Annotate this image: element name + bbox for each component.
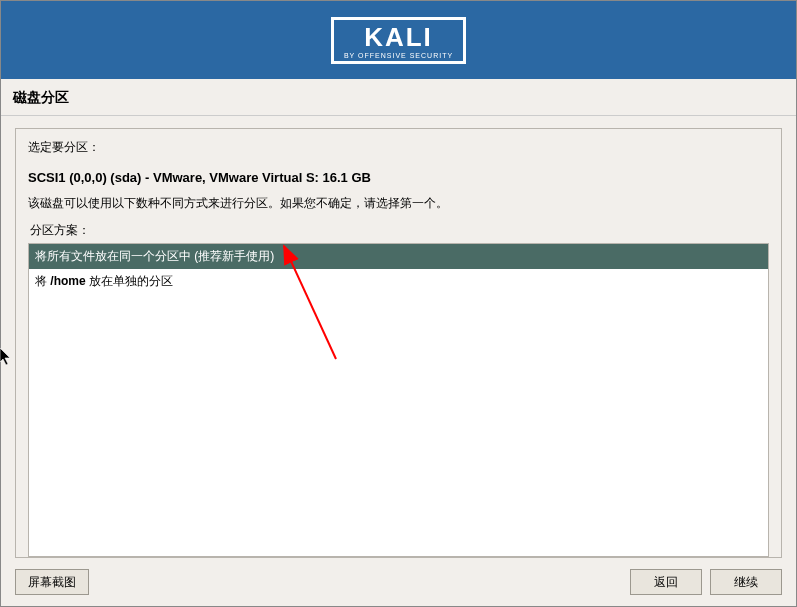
option-separate-home[interactable]: 将 /home 放在单独的分区	[29, 269, 768, 294]
scheme-options-list: 将所有文件放在同一个分区中 (推荐新手使用) 将 /home 放在单独的分区	[28, 243, 769, 557]
back-button[interactable]: 返回	[630, 569, 702, 595]
option-separate-home-path: /home	[50, 274, 85, 288]
option-separate-home-prefix: 将	[35, 274, 50, 288]
page-title: 磁盘分区	[1, 79, 796, 116]
partition-panel: 选定要分区： SCSI1 (0,0,0) (sda) - VMware, VMw…	[15, 128, 782, 558]
button-bar: 屏幕截图 返回 继续	[1, 558, 796, 606]
instruction-text: 该磁盘可以使用以下数种不同方式来进行分区。如果您不确定，请选择第一个。	[28, 195, 769, 212]
disk-title: SCSI1 (0,0,0) (sda) - VMware, VMware Vir…	[28, 170, 769, 185]
kali-logo-text: KALI	[364, 24, 433, 50]
installer-window: KALI BY OFFENSIVE SECURITY 磁盘分区 选定要分区： S…	[0, 0, 797, 607]
content-area: 选定要分区： SCSI1 (0,0,0) (sda) - VMware, VMw…	[1, 116, 796, 558]
kali-logo-subtext: BY OFFENSIVE SECURITY	[344, 52, 453, 59]
header-banner: KALI BY OFFENSIVE SECURITY	[1, 1, 796, 79]
option-all-in-one-label: 将所有文件放在同一个分区中 (推荐新手使用)	[35, 249, 274, 263]
kali-logo: KALI BY OFFENSIVE SECURITY	[331, 17, 466, 64]
scheme-label: 分区方案：	[28, 222, 769, 239]
continue-button[interactable]: 继续	[710, 569, 782, 595]
screenshot-button[interactable]: 屏幕截图	[15, 569, 89, 595]
select-partition-label: 选定要分区：	[28, 139, 769, 156]
kali-logo-frame: KALI BY OFFENSIVE SECURITY	[331, 17, 466, 64]
option-all-in-one[interactable]: 将所有文件放在同一个分区中 (推荐新手使用)	[29, 244, 768, 269]
option-separate-home-suffix: 放在单独的分区	[86, 274, 173, 288]
